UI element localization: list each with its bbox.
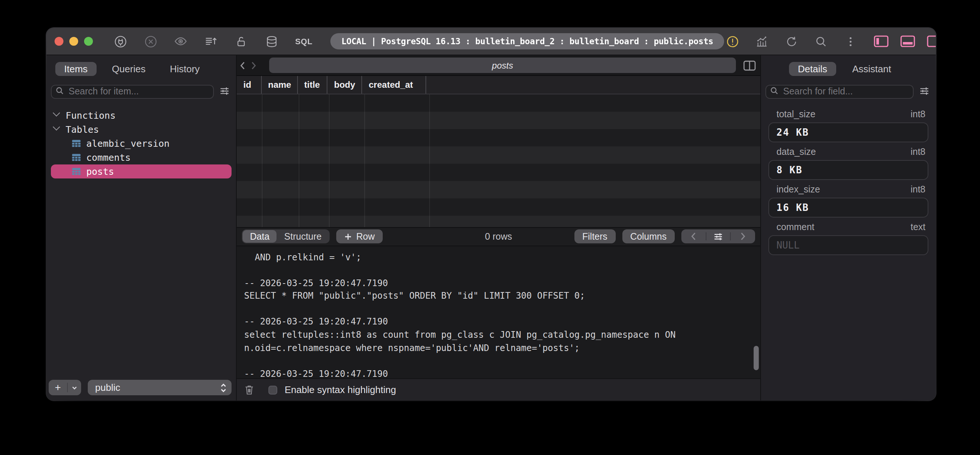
field-total-size: total_size int8 24 KB (768, 109, 928, 142)
search-icon[interactable] (813, 33, 829, 49)
schema-select[interactable]: public (88, 380, 232, 395)
comment-input[interactable] (776, 239, 920, 250)
column-header-created-at[interactable]: created_at (362, 76, 426, 94)
tab-assistant[interactable]: Assistant (843, 62, 900, 76)
disconnect-icon[interactable] (142, 33, 159, 49)
field-type: int8 (911, 109, 926, 119)
traffic-lights (54, 37, 93, 46)
field-type: int8 (911, 146, 926, 157)
column-gridline (364, 94, 364, 227)
column-gridline (298, 94, 299, 227)
refresh-icon[interactable] (783, 33, 800, 49)
connection-plug-icon[interactable] (112, 33, 128, 49)
field-value-box[interactable] (768, 235, 928, 255)
connection-title[interactable]: LOCAL | PostgreSQL 16.13 : bulletin_boar… (330, 33, 724, 49)
tree-item-comments[interactable]: comments (46, 150, 236, 164)
column-header-body[interactable]: body (328, 76, 362, 94)
field-type: int8 (911, 184, 926, 194)
field-name: index_size (776, 184, 911, 194)
database-icon[interactable] (263, 33, 280, 49)
page-prev-button[interactable] (681, 232, 705, 240)
field-value-box[interactable]: 16 KB (768, 197, 928, 217)
tree-item-alembic-version[interactable]: alembic_version (46, 136, 236, 150)
toggle-right-panel-icon[interactable] (926, 33, 936, 49)
field-data-size: data_size int8 8 KB (768, 146, 928, 180)
add-row-button[interactable]: Row (336, 229, 383, 243)
trash-icon[interactable] (244, 384, 255, 395)
minimize-window-button[interactable] (69, 37, 78, 46)
tab-forward-button[interactable] (248, 61, 259, 70)
data-tab[interactable]: Data (243, 230, 277, 243)
pagination-group (681, 229, 755, 243)
warning-icon[interactable] (724, 33, 741, 49)
tree-item-posts[interactable]: posts (51, 164, 232, 178)
tab-details[interactable]: Details (789, 62, 836, 76)
schema-select-value: public (95, 382, 220, 393)
tree-item-functions[interactable]: Functions (46, 108, 236, 122)
split-view-icon[interactable] (743, 60, 756, 70)
field-search-input[interactable] (765, 84, 914, 99)
column-header-name[interactable]: name (261, 76, 298, 94)
plus-icon[interactable]: + (49, 380, 67, 395)
table-tab[interactable]: posts (269, 57, 736, 73)
add-item-chevron[interactable] (68, 384, 81, 391)
syntax-highlighting-checkbox[interactable] (269, 385, 277, 394)
toggle-bottom-panel-icon[interactable] (900, 33, 916, 49)
add-item-button[interactable]: + (49, 380, 81, 395)
table-icon (72, 153, 81, 161)
tab-queries[interactable]: Queries (103, 62, 154, 76)
sql-log-scrollbar[interactable] (754, 346, 759, 370)
sidebar-bottom-bar: + public (46, 379, 236, 401)
structure-tab[interactable]: Structure (277, 230, 329, 243)
tab-history[interactable]: History (161, 62, 209, 76)
sidebar: Items Queries History (46, 55, 237, 401)
table-tab-title: posts (492, 60, 513, 70)
data-toolbar: 0 rows Data Structure Row Filters Column… (237, 228, 760, 246)
plus-icon (344, 233, 352, 240)
tab-back-button[interactable] (237, 61, 248, 70)
more-options-icon[interactable] (843, 33, 859, 49)
sql-log[interactable]: AND p.relkind = 'v'; -- 2026-03-25 19:20… (237, 246, 760, 379)
connection-title-text: LOCAL | PostgreSQL 16.13 : bulletin_boar… (341, 36, 713, 46)
tab-strip: posts (237, 55, 760, 76)
column-header-id[interactable]: id (237, 76, 261, 94)
chevron-down-icon[interactable] (53, 109, 60, 116)
details-filter-icon[interactable] (919, 86, 930, 97)
field-type: text (911, 221, 926, 232)
tree-label: comments (86, 151, 130, 162)
tab-items[interactable]: Items (55, 62, 97, 76)
lock-icon[interactable] (233, 33, 249, 49)
close-window-button[interactable] (54, 37, 64, 46)
field-name: data_size (776, 146, 911, 157)
table-icon (72, 167, 81, 175)
field-list: total_size int8 24 KB data_size int8 (761, 109, 936, 259)
tree-label: Functions (66, 110, 115, 121)
view-segmented-control: Data Structure (242, 229, 329, 243)
field-value-box[interactable]: 24 KB (768, 122, 928, 142)
table-icon (72, 139, 81, 147)
chevron-down-icon[interactable] (53, 123, 60, 130)
preview-eye-icon[interactable] (173, 33, 189, 49)
chart-icon[interactable] (754, 33, 770, 49)
toggle-left-panel-icon[interactable] (873, 33, 890, 49)
log-export-icon[interactable] (203, 33, 219, 49)
left-toolbar-icons: SQL (112, 33, 314, 49)
field-value: 8 KB (776, 164, 803, 175)
tree-label: alembic_version (86, 138, 170, 149)
right-toolbar-icons (724, 33, 859, 49)
field-value-box[interactable]: 8 KB (768, 160, 928, 180)
field-name: total_size (776, 109, 911, 119)
zoom-window-button[interactable] (84, 37, 93, 46)
filters-button[interactable]: Filters (574, 229, 616, 243)
column-header-title[interactable]: title (298, 76, 328, 94)
window-toolbar: SQL LOCAL | PostgreSQL 16.13 : bulletin_… (46, 28, 936, 55)
details-tabs: Details Assistant (789, 62, 928, 76)
item-search-input[interactable] (51, 84, 214, 99)
tree-item-tables[interactable]: Tables (46, 122, 236, 136)
sql-button[interactable]: SQL (293, 33, 314, 49)
page-next-button[interactable] (731, 232, 755, 240)
sidebar-filter-icon[interactable] (219, 86, 230, 97)
columns-button[interactable]: Columns (622, 229, 675, 243)
page-settings-icon[interactable] (706, 231, 730, 242)
grid-body[interactable] (237, 94, 760, 228)
